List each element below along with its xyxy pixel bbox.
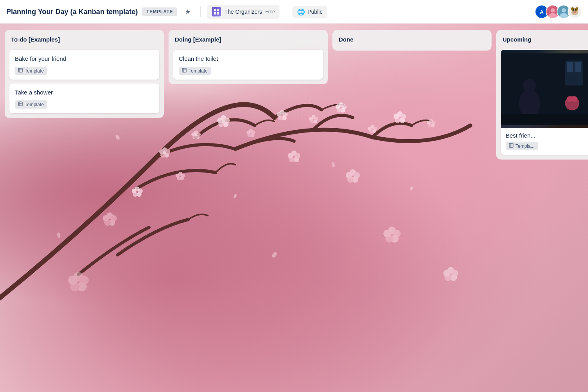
- svg-point-132: [519, 89, 540, 118]
- svg-rect-124: [182, 68, 186, 72]
- column-upcoming-header: Upcoming: [501, 34, 588, 46]
- card-toilet-badge: Template: [179, 67, 211, 75]
- template-icon: [18, 68, 23, 74]
- template-badge: TEMPLATE: [142, 7, 177, 16]
- svg-point-107: [562, 8, 566, 13]
- card-shower-title: Take a shower: [15, 88, 154, 96]
- organizer-icon-img: [212, 7, 221, 16]
- card-bake-badge: Template: [15, 67, 47, 75]
- organizer-icon: [212, 7, 221, 16]
- card-upcoming-title: Best frien...: [506, 132, 588, 139]
- organizer-free-badge: Free: [265, 9, 275, 15]
- svg-point-105: [548, 13, 557, 19]
- avatar-user-dog[interactable]: [568, 5, 582, 19]
- organizers-button[interactable]: The Organizers Free: [207, 5, 279, 19]
- board-title: Planning Your Day (a Kanban template): [6, 8, 138, 16]
- column-done-header: Done: [337, 34, 487, 46]
- card-bestfriend[interactable]: Best frien... Templa...: [501, 50, 588, 155]
- svg-point-115: [575, 9, 577, 11]
- svg-rect-129: [567, 62, 573, 72]
- column-doing-header: Doing [Example]: [173, 34, 323, 46]
- card-image-content: [501, 50, 588, 128]
- header: Planning Your Day (a Kanban template) TE…: [0, 0, 588, 24]
- column-done: Done: [332, 30, 492, 51]
- header-divider-1: [200, 6, 201, 17]
- kanban-board: To-do [Examples] Bake for your friend Te…: [0, 24, 588, 392]
- star-icon: ★: [185, 7, 191, 16]
- svg-rect-102: [217, 12, 219, 15]
- star-button[interactable]: ★: [181, 5, 194, 18]
- card-bake[interactable]: Bake for your friend Template: [9, 50, 159, 80]
- header-divider-2: [286, 6, 286, 17]
- template-icon-4: [509, 143, 514, 149]
- card-toilet-title: Clean the toilet: [179, 54, 318, 63]
- svg-rect-100: [217, 9, 219, 11]
- card-shower-badge: Template: [15, 100, 47, 109]
- svg-point-133: [523, 79, 536, 92]
- public-button[interactable]: 🌐 Public: [292, 6, 327, 18]
- card-image: [501, 50, 588, 128]
- column-doing: Doing [Example] Clean the toilet Templat…: [169, 30, 328, 84]
- organizer-name: The Organizers: [224, 9, 262, 15]
- svg-point-104: [551, 8, 555, 13]
- svg-rect-101: [214, 12, 216, 15]
- template-icon-3: [182, 68, 187, 74]
- svg-point-108: [559, 13, 568, 19]
- svg-point-117: [574, 12, 575, 13]
- public-label: Public: [307, 9, 322, 15]
- globe-icon: 🌐: [297, 8, 305, 16]
- column-todo: To-do [Examples] Bake for your friend Te…: [5, 30, 164, 118]
- card-upcoming-body: Best frien... Templa...: [501, 128, 588, 155]
- column-upcoming: Upcoming: [496, 30, 588, 160]
- svg-rect-118: [18, 68, 22, 72]
- svg-rect-138: [509, 143, 513, 147]
- template-icon-2: [18, 102, 23, 107]
- card-upcoming-badge: Templa...: [506, 142, 538, 150]
- card-shower[interactable]: Take a shower Template: [9, 83, 159, 113]
- svg-rect-137: [501, 114, 588, 125]
- column-todo-header: To-do [Examples]: [9, 34, 159, 46]
- card-toilet[interactable]: Clean the toilet Template: [173, 50, 323, 80]
- card-bake-title: Bake for your friend: [15, 54, 154, 63]
- svg-point-114: [573, 9, 575, 11]
- svg-rect-130: [575, 62, 581, 72]
- svg-rect-99: [214, 9, 216, 11]
- avatar-group: A: [535, 5, 582, 19]
- svg-rect-121: [18, 102, 22, 106]
